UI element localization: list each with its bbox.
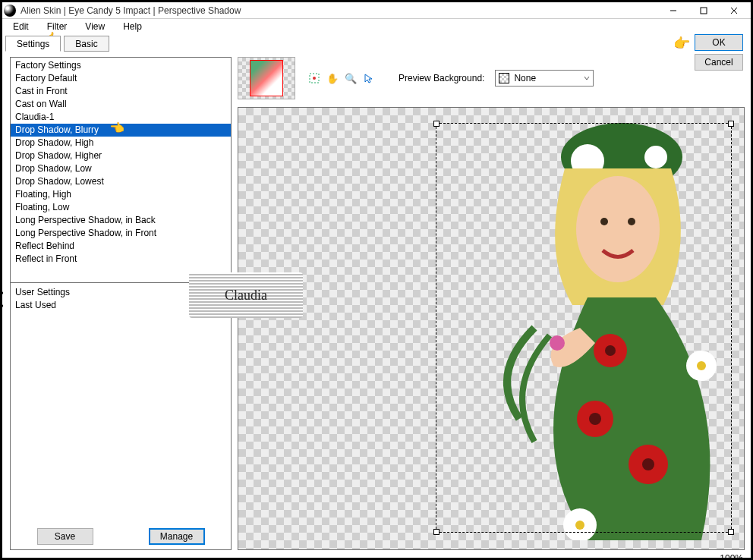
preset-group-label[interactable]: Factory Settings (11, 59, 231, 72)
save-preset-button[interactable]: Save (37, 528, 93, 545)
main-area: Factory Settings Factory Default Cast in… (2, 52, 751, 558)
preview-background-value: None (514, 73, 536, 83)
preview-background-label: Preview Background: (399, 73, 484, 83)
watermark-text: Claudia (225, 288, 267, 304)
menu-bar: Edit Filter View Help (2, 19, 751, 34)
navigator-thumbnail[interactable] (238, 57, 295, 99)
manage-presets-button[interactable]: Manage (149, 528, 205, 545)
preset-item[interactable]: Claudia-1 (11, 111, 231, 124)
resize-handle[interactable] (433, 529, 440, 535)
pointer-annotation-icon: 👉 (673, 35, 690, 52)
preset-item[interactable]: Reflect Behind (11, 240, 231, 253)
watermark-badge: Claudia (189, 272, 303, 318)
menu-help[interactable]: Help (115, 20, 150, 33)
resize-handle[interactable] (728, 529, 734, 535)
preview-canvas[interactable] (238, 107, 745, 550)
resize-handle[interactable] (433, 121, 440, 127)
app-icon (4, 5, 16, 17)
hand-tool-icon[interactable]: ✋ (324, 70, 341, 87)
preset-item[interactable]: Factory Default (11, 72, 231, 85)
pointer-annotation-icon: 👈 (109, 122, 124, 134)
selection-rectangle[interactable] (436, 123, 732, 533)
preset-item[interactable]: Floating, High (11, 188, 231, 201)
preset-label: Drop Shadow, Blurry (15, 124, 99, 135)
preset-item[interactable]: Long Perspective Shadow, in Back (11, 214, 231, 227)
title-bar: Alien Skin | Eye Candy 5 Impact | Perspe… (2, 2, 751, 19)
factory-preset-list[interactable]: Factory Settings Factory Default Cast in… (11, 58, 231, 278)
preset-item[interactable]: Long Perspective Shadow, in Front (11, 227, 231, 240)
panel-buttons: Save Manage (11, 524, 231, 549)
tab-settings[interactable]: Settings (5, 36, 61, 52)
preview-tools: ✋ 🔍 (306, 70, 377, 87)
preset-item[interactable]: Drop Shadow, High (11, 137, 231, 149)
tab-basic[interactable]: Basic (64, 36, 109, 52)
menu-edit[interactable]: Edit (5, 20, 36, 33)
thumbnail-toolbar: ✋ 🔍 Preview Background: None (238, 57, 745, 99)
close-button[interactable] (719, 2, 749, 19)
tabs-row: Settings Basic 👉 👉 OK Cancel (2, 34, 751, 52)
preset-item[interactable]: Floating, Low (11, 201, 231, 214)
minimize-button[interactable] (658, 2, 688, 19)
menu-filter[interactable]: Filter (39, 20, 75, 33)
preview-background-select[interactable]: None (495, 70, 594, 87)
ok-button[interactable]: OK (695, 34, 743, 51)
preset-item[interactable]: Cast in Front (11, 85, 231, 98)
preset-item[interactable]: Drop Shadow, Higher (11, 149, 231, 162)
preset-item[interactable]: Drop Shadow, Low (11, 162, 231, 175)
navigator-selection[interactable] (250, 60, 283, 96)
user-preset-list[interactable]: User Settings Last Used (11, 282, 231, 524)
preset-item-selected[interactable]: Drop Shadow, Blurry 👈 (11, 124, 231, 137)
window-controls (658, 2, 749, 19)
svg-rect-1 (701, 8, 707, 14)
chevron-down-icon (584, 73, 590, 83)
marquee-tool-icon[interactable] (306, 70, 323, 87)
maximize-button[interactable] (688, 2, 719, 19)
preset-item[interactable]: Cast on Wall (11, 98, 231, 111)
svg-point-5 (313, 77, 316, 80)
resize-handle[interactable] (728, 121, 734, 127)
preset-item[interactable]: Reflect in Front (11, 253, 231, 266)
window-title: Alien Skin | Eye Candy 5 Impact | Perspe… (20, 5, 658, 16)
menu-view[interactable]: View (77, 20, 112, 33)
pointer-tool-icon[interactable] (361, 70, 377, 87)
zoom-level: 100% (720, 553, 743, 560)
preview-area: ✋ 🔍 Preview Background: None (238, 57, 745, 550)
preset-item[interactable]: Drop Shadow, Lowest (11, 175, 231, 188)
transparent-swatch-icon (499, 73, 509, 83)
zoom-tool-icon[interactable]: 🔍 (342, 70, 359, 87)
